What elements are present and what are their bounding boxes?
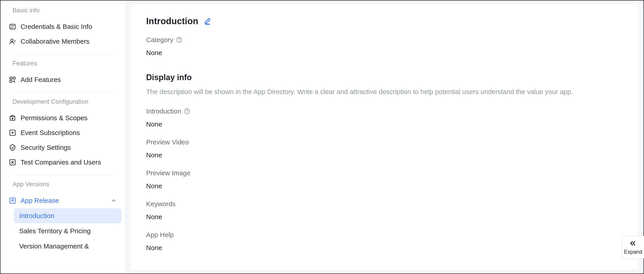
section-title-introduction: Introduction (146, 16, 198, 26)
test-companies-icon (9, 159, 16, 166)
help-icon[interactable] (176, 37, 182, 43)
field-value-category: None (146, 49, 623, 57)
field-label-keywords: Keywords (146, 200, 623, 208)
sidebar-item-collaborative-members[interactable]: Collaborative Members (4, 34, 121, 49)
section-desc-display-info: The description will be shown in the App… (146, 87, 623, 97)
upload-icon (9, 197, 16, 204)
chevron-up-icon (110, 197, 117, 204)
members-icon (9, 38, 16, 45)
sidebar-item-label: App Release (20, 197, 59, 204)
field-value-preview-image: None (146, 182, 623, 190)
sidebar-item-permissions[interactable]: Permissions & Scopes (4, 111, 121, 125)
credentials-icon (9, 23, 16, 30)
svg-point-20 (179, 41, 179, 41)
field-label-app-help: App Help (146, 231, 623, 239)
field-introduction: Introduction None (146, 107, 623, 128)
subscriptions-icon (9, 129, 16, 136)
sub-nav-item-introduction[interactable]: Introduction (14, 208, 121, 223)
expand-button[interactable]: Expand (622, 236, 644, 258)
svg-rect-11 (10, 116, 15, 120)
sidebar-item-label: Collaborative Members (20, 38, 90, 45)
add-features-icon (9, 76, 16, 83)
pencil-icon (204, 18, 211, 25)
permissions-icon (9, 114, 16, 121)
section-label-app-versions: App Versions (12, 181, 121, 188)
shield-icon (9, 144, 16, 151)
field-keywords: Keywords None (146, 200, 623, 221)
field-label-preview-image: Preview Image (146, 169, 623, 177)
sidebar: Basic info Credentials & Basic Info Coll… (0, 1, 126, 273)
section-label-dev-config: Development Configuration (12, 98, 121, 105)
section-header-introduction: Introduction (146, 16, 623, 26)
section-label-features: Features (12, 60, 121, 67)
field-preview-image: Preview Image None (146, 169, 623, 190)
field-label-category: Category (146, 36, 623, 44)
svg-rect-8 (10, 80, 12, 82)
svg-rect-7 (13, 77, 15, 79)
sidebar-item-label: Event Subscriptions (20, 129, 80, 136)
field-value-preview-video: None (146, 151, 623, 159)
sidebar-item-label: Permissions & Scopes (20, 114, 88, 122)
sidebar-item-label: Add Features (20, 76, 61, 83)
divider (12, 54, 113, 54)
sidebar-item-label: Test Companies and Users (20, 159, 101, 166)
help-icon[interactable] (184, 108, 190, 114)
field-label-preview-video: Preview Video (146, 138, 623, 146)
svg-rect-6 (10, 77, 12, 79)
sidebar-item-app-release[interactable]: App Release (4, 193, 121, 208)
svg-point-3 (11, 39, 13, 41)
expand-button-label: Expand (624, 249, 642, 255)
field-app-help: App Help None (146, 231, 623, 252)
sidebar-item-add-features[interactable]: Add Features (4, 72, 121, 87)
field-value-introduction: None (146, 120, 623, 128)
edit-button[interactable] (204, 17, 212, 25)
sidebar-item-label: Security Settings (20, 144, 71, 151)
svg-point-12 (12, 118, 13, 119)
sidebar-item-security-settings[interactable]: Security Settings (4, 140, 121, 155)
divider (12, 92, 113, 93)
field-preview-video: Preview Video None (146, 138, 623, 159)
sidebar-item-credentials[interactable]: Credentials & Basic Info (4, 19, 121, 34)
svg-rect-0 (10, 24, 15, 29)
section-label-basic-info: Basic info (12, 7, 121, 14)
sub-nav-item-version-management[interactable]: Version Management & (14, 239, 121, 254)
double-chevron-left-icon (629, 239, 637, 247)
field-value-app-help: None (146, 244, 623, 252)
field-value-keywords: None (146, 213, 623, 221)
content-card: Introduction Category None Display info … (131, 4, 638, 270)
divider (12, 175, 113, 175)
section-title-display-info: Display info (146, 73, 623, 82)
main-content: Introduction Category None Display info … (126, 1, 644, 273)
sub-nav-app-release: Introduction Sales Territory & Pricing V… (14, 208, 121, 254)
sub-nav-item-sales-territory[interactable]: Sales Territory & Pricing (14, 224, 121, 238)
field-category: Category None (146, 36, 623, 57)
sidebar-item-label: Credentials & Basic Info (20, 23, 92, 31)
sidebar-item-event-subscriptions[interactable]: Event Subscriptions (4, 125, 121, 140)
field-label-introduction: Introduction (146, 107, 623, 115)
sidebar-item-test-companies[interactable]: Test Companies and Users (4, 155, 121, 170)
